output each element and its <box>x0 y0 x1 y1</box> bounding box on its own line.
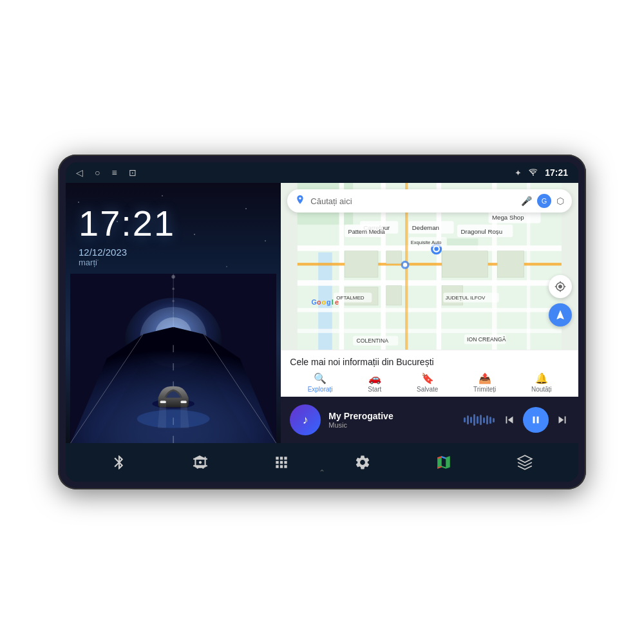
tunnel-area <box>66 274 281 443</box>
share-icon[interactable]: ⬡ <box>556 196 564 206</box>
saved-icon: 🔖 <box>421 372 434 384</box>
map-search-placeholder[interactable]: Căutați aici <box>310 196 516 206</box>
start-icon: 🚗 <box>368 372 381 384</box>
svg-text:OFTALMED: OFTALMED <box>337 295 365 301</box>
map-section[interactable]: Căutați aici 🎤 G ⬡ <box>281 183 578 350</box>
svg-text:COLENTINA: COLENTINA <box>357 337 389 344</box>
google-maps-icon[interactable] <box>432 451 455 474</box>
music-album-art: ♪ <box>290 404 321 435</box>
music-title: My Prerogative <box>328 411 456 421</box>
waveform-bar-8 <box>486 415 488 424</box>
svg-text:ION CREANGĂ: ION CREANGĂ <box>467 336 506 343</box>
previous-track-button[interactable] <box>502 413 516 427</box>
voice-search-icon[interactable]: 🎤 <box>521 196 532 206</box>
waveform-bar-2 <box>467 415 469 424</box>
screenshot-button[interactable]: ⊡ <box>129 167 137 178</box>
right-panel: Căutați aici 🎤 G ⬡ <box>281 183 578 443</box>
bluetooth-status-icon: ✦ <box>515 168 522 178</box>
dock-bluetooth[interactable] <box>108 451 131 474</box>
dock-settings[interactable] <box>351 451 374 474</box>
maps-nav-tabs: 🔍 Explorați 🚗 Start 🔖 Salvate 📤 <box>290 372 569 393</box>
svg-text:o: o <box>322 298 327 306</box>
maps-tab-explorați[interactable]: 🔍 Explorați <box>308 372 333 393</box>
cube-icon[interactable] <box>513 451 536 474</box>
maps-tab-start-label: Start <box>368 386 381 393</box>
svg-rect-40 <box>442 251 488 278</box>
bottom-dock: ⌃ <box>66 443 578 482</box>
status-bar-left: ◁ ○ ≡ ⊡ <box>76 167 137 178</box>
map-location-button[interactable] <box>549 275 572 298</box>
dock-apps[interactable] <box>270 451 293 474</box>
map-navigate-button[interactable] <box>549 303 572 327</box>
clock-section: 17:21 12/12/2023 marți <box>66 183 281 274</box>
svg-text:o: o <box>317 298 321 306</box>
clock-time: 17:21 <box>79 202 268 244</box>
svg-rect-28 <box>298 329 562 333</box>
maps-tab-trimiteti[interactable]: 📤 Trimiteți <box>473 372 496 393</box>
svg-text:JUDEȚUL ILFOV: JUDEȚUL ILFOV <box>446 295 486 301</box>
svg-rect-38 <box>386 251 402 263</box>
bluetooth-icon[interactable] <box>108 451 131 474</box>
chevron-up-icon: ⌃ <box>319 468 325 477</box>
svg-point-17 <box>171 275 175 279</box>
maps-info-title: Cele mai noi informații din București <box>290 357 569 367</box>
svg-rect-39 <box>386 286 402 305</box>
settings-icon[interactable] <box>351 451 374 474</box>
svg-text:g: g <box>327 298 331 306</box>
dock-maps[interactable] <box>432 451 455 474</box>
svg-text:Dragonul Roșu: Dragonul Roșu <box>461 228 503 235</box>
music-controls[interactable] <box>502 407 569 433</box>
apps-grid-icon[interactable] <box>270 451 293 474</box>
map-search-actions: 🎤 G ⬡ <box>521 194 564 208</box>
music-waveform <box>464 413 495 426</box>
dock-radio[interactable] <box>189 451 212 474</box>
status-bar-right: ✦ 17:21 <box>515 167 568 178</box>
waveform-bar-10 <box>493 418 495 422</box>
maps-tab-salvate[interactable]: 🔖 Salvate <box>417 372 438 393</box>
svg-rect-12 <box>180 401 186 403</box>
home-button[interactable]: ○ <box>95 167 100 178</box>
music-info: My Prerogative Music <box>328 411 456 429</box>
svg-point-47 <box>403 263 407 267</box>
svg-point-0 <box>533 175 534 176</box>
wifi-status-icon <box>528 168 538 178</box>
maps-tab-noutati-label: Noutăți <box>531 386 552 393</box>
back-button[interactable]: ◁ <box>76 167 83 178</box>
maps-tab-noutati[interactable]: 🔔 Noutăți <box>531 372 552 393</box>
svg-point-19 <box>172 299 175 302</box>
svg-text:Pattern Media: Pattern Media <box>348 229 386 235</box>
recents-button[interactable]: ≡ <box>111 167 117 178</box>
waveform-bar-7 <box>483 417 485 423</box>
dock-cube[interactable] <box>513 451 536 474</box>
music-album-icon: ♪ <box>303 413 308 427</box>
device-frame: ◁ ○ ≡ ⊡ ✦ 17:21 <box>58 155 586 489</box>
waveform-bar-9 <box>489 417 491 424</box>
svg-text:Dedeman: Dedeman <box>412 224 439 231</box>
svg-rect-11 <box>160 401 166 403</box>
share-map-icon: 📤 <box>478 372 491 384</box>
news-icon: 🔔 <box>535 372 548 384</box>
radio-icon[interactable] <box>189 451 212 474</box>
maps-tab-start[interactable]: 🚗 Start <box>368 372 381 393</box>
svg-point-18 <box>172 288 175 290</box>
waveform-bar-3 <box>470 417 472 423</box>
next-track-button[interactable] <box>555 413 569 427</box>
svg-rect-27 <box>298 308 562 312</box>
maps-info-section: Cele mai noi informații din București 🔍 … <box>281 350 578 397</box>
google-maps-pin-icon <box>295 194 305 207</box>
svg-rect-36 <box>345 251 378 278</box>
bottom-handle[interactable]: ⌃ <box>319 466 325 478</box>
account-icon[interactable]: G <box>537 194 551 208</box>
play-pause-button[interactable] <box>523 407 549 433</box>
svg-rect-26 <box>298 280 562 286</box>
svg-text:e: e <box>335 298 339 306</box>
waveform-bar-1 <box>464 417 466 422</box>
device-screen: ◁ ○ ≡ ⊡ ✦ 17:21 <box>66 162 578 482</box>
main-area: 17:21 12/12/2023 marți <box>66 183 578 443</box>
svg-point-15 <box>137 410 210 428</box>
left-panel: 17:21 12/12/2023 marți <box>66 183 281 443</box>
music-player: ♪ My Prerogative Music <box>281 397 578 443</box>
music-subtitle: Music <box>328 421 456 429</box>
map-search-bar[interactable]: Căutați aici 🎤 G ⬡ <box>287 189 572 213</box>
maps-tab-explorați-label: Explorați <box>308 386 333 393</box>
